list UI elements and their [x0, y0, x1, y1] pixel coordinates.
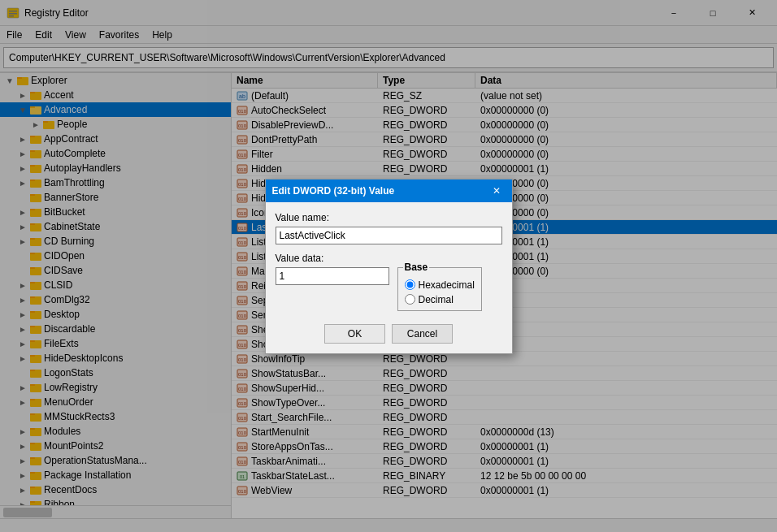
- decimal-label: Decimal: [419, 294, 454, 305]
- value-name-input[interactable]: [276, 227, 502, 244]
- value-data-input[interactable]: [276, 267, 389, 285]
- decimal-radio-row: Decimal: [405, 294, 475, 305]
- value-data-row: Base Hexadecimal Decimal: [276, 267, 502, 311]
- hexadecimal-radio[interactable]: [405, 279, 415, 290]
- dialog-body: Value name: Value data: Base Hexadecimal…: [266, 202, 512, 318]
- dialog-close-button[interactable]: ✕: [488, 182, 506, 200]
- hexadecimal-radio-row: Hexadecimal: [405, 279, 475, 291]
- modal-overlay: Edit DWORD (32-bit) Value ✕ Value name: …: [0, 0, 777, 532]
- decimal-radio[interactable]: [405, 294, 415, 305]
- base-legend: Base: [403, 262, 430, 273]
- edit-dword-dialog: Edit DWORD (32-bit) Value ✕ Value name: …: [265, 179, 513, 354]
- dialog-title: Edit DWORD (32-bit) Value: [272, 185, 395, 197]
- base-group: Base Hexadecimal Decimal: [397, 267, 482, 311]
- ok-button[interactable]: OK: [324, 324, 385, 344]
- dialog-titlebar: Edit DWORD (32-bit) Value ✕: [266, 179, 512, 202]
- cancel-button[interactable]: Cancel: [392, 324, 453, 344]
- dialog-footer: OK Cancel: [266, 318, 512, 353]
- hexadecimal-label: Hexadecimal: [419, 279, 475, 291]
- value-data-label: Value data:: [276, 253, 502, 264]
- value-name-label: Value name:: [276, 212, 502, 223]
